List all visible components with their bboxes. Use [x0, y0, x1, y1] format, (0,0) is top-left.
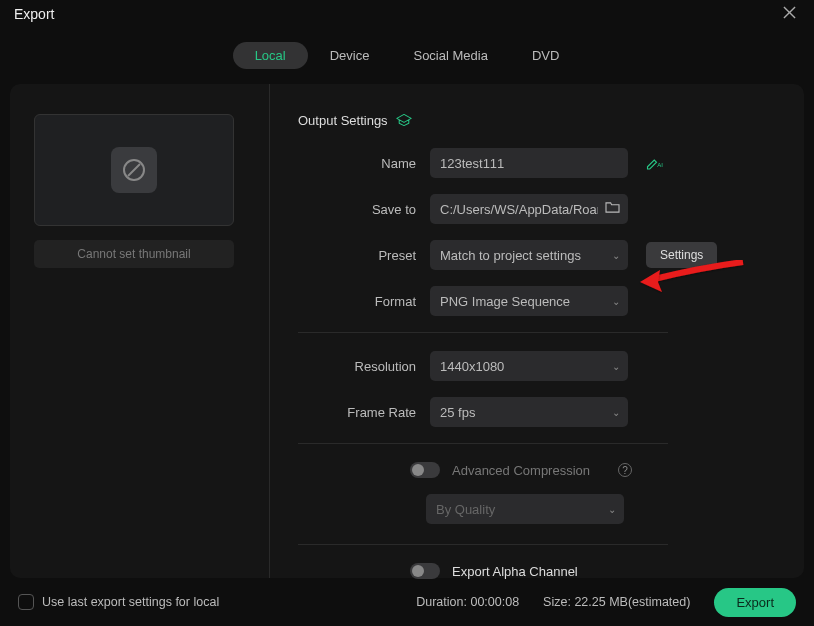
- export-tabs: Local Device Social Media DVD: [0, 42, 814, 69]
- tab-social-media[interactable]: Social Media: [391, 42, 509, 69]
- dialog-title: Export: [14, 6, 54, 22]
- resolution-select[interactable]: 1440x1080 ⌄: [430, 351, 628, 381]
- no-thumbnail-icon: [111, 147, 157, 193]
- divider: [298, 544, 668, 545]
- footer: Use last export settings for local Durat…: [8, 578, 806, 626]
- compression-quality-select: By Quality ⌄: [426, 494, 624, 524]
- resolution-row: Resolution 1440x1080 ⌄: [298, 351, 764, 381]
- preset-settings-button[interactable]: Settings: [646, 242, 717, 268]
- frame-rate-select[interactable]: 25 fps ⌄: [430, 397, 628, 427]
- save-to-label: Save to: [298, 202, 430, 217]
- resolution-value: 1440x1080: [440, 359, 504, 374]
- close-icon: [783, 6, 796, 19]
- chevron-down-icon: ⌄: [612, 250, 620, 261]
- tab-dvd[interactable]: DVD: [510, 42, 581, 69]
- use-last-settings-checkbox[interactable]: [18, 594, 34, 610]
- browse-folder-button[interactable]: [605, 201, 620, 217]
- duration-info: Duration: 00:00:08: [416, 595, 519, 609]
- section-title: Output Settings: [298, 113, 388, 128]
- advanced-compression-help[interactable]: ?: [618, 463, 632, 477]
- ai-name-button[interactable]: AI: [646, 156, 664, 170]
- chevron-down-icon: ⌄: [612, 361, 620, 372]
- advanced-compression-label: Advanced Compression: [452, 463, 590, 478]
- frame-rate-label: Frame Rate: [298, 405, 430, 420]
- size-info: Size: 22.25 MB(estimated): [543, 595, 690, 609]
- chevron-down-icon: ⌄: [612, 296, 620, 307]
- settings-pane: Output Settings Name AI Save to Preset M…: [270, 84, 804, 578]
- divider: [298, 443, 668, 444]
- format-label: Format: [298, 294, 430, 309]
- use-last-settings-label: Use last export settings for local: [42, 595, 219, 609]
- save-to-input[interactable]: [430, 194, 628, 224]
- name-input[interactable]: [430, 148, 628, 178]
- compression-quality-value: By Quality: [436, 502, 495, 517]
- export-alpha-toggle[interactable]: [410, 563, 440, 579]
- folder-icon: [605, 201, 620, 214]
- footer-left: Use last export settings for local: [18, 594, 219, 610]
- main-panel: Cannot set thumbnail Output Settings Nam…: [10, 84, 804, 578]
- format-select[interactable]: PNG Image Sequence ⌄: [430, 286, 628, 316]
- close-button[interactable]: [779, 1, 800, 27]
- frame-rate-row: Frame Rate 25 fps ⌄: [298, 397, 764, 427]
- svg-text:AI: AI: [657, 162, 663, 168]
- svg-line-1: [128, 164, 140, 176]
- export-button[interactable]: Export: [714, 588, 796, 617]
- preset-select[interactable]: Match to project settings ⌄: [430, 240, 628, 270]
- export-alpha-row: Export Alpha Channel: [298, 563, 764, 579]
- preset-row: Preset Match to project settings ⌄ Setti…: [298, 240, 764, 270]
- name-row: Name AI: [298, 148, 764, 178]
- format-row: Format PNG Image Sequence ⌄: [298, 286, 764, 316]
- advanced-compression-row: Advanced Compression ?: [298, 462, 764, 478]
- preset-label: Preset: [298, 248, 430, 263]
- save-to-row: Save to: [298, 194, 764, 224]
- output-settings-header: Output Settings: [298, 112, 764, 128]
- chevron-down-icon: ⌄: [608, 504, 616, 515]
- chevron-down-icon: ⌄: [612, 407, 620, 418]
- thumbnail-pane: Cannot set thumbnail: [10, 84, 270, 578]
- name-label: Name: [298, 156, 430, 171]
- divider: [298, 332, 668, 333]
- graduation-cap-icon: [396, 112, 412, 128]
- tab-device[interactable]: Device: [308, 42, 392, 69]
- set-thumbnail-button: Cannot set thumbnail: [34, 240, 234, 268]
- resolution-label: Resolution: [298, 359, 430, 374]
- footer-right: Duration: 00:00:08 Size: 22.25 MB(estima…: [416, 588, 796, 617]
- format-value: PNG Image Sequence: [440, 294, 570, 309]
- ai-pencil-icon: AI: [646, 156, 664, 170]
- advanced-compression-toggle[interactable]: [410, 462, 440, 478]
- tab-local[interactable]: Local: [233, 42, 308, 69]
- frame-rate-value: 25 fps: [440, 405, 475, 420]
- preset-value: Match to project settings: [440, 248, 581, 263]
- thumbnail-preview: [34, 114, 234, 226]
- export-alpha-label: Export Alpha Channel: [452, 564, 578, 579]
